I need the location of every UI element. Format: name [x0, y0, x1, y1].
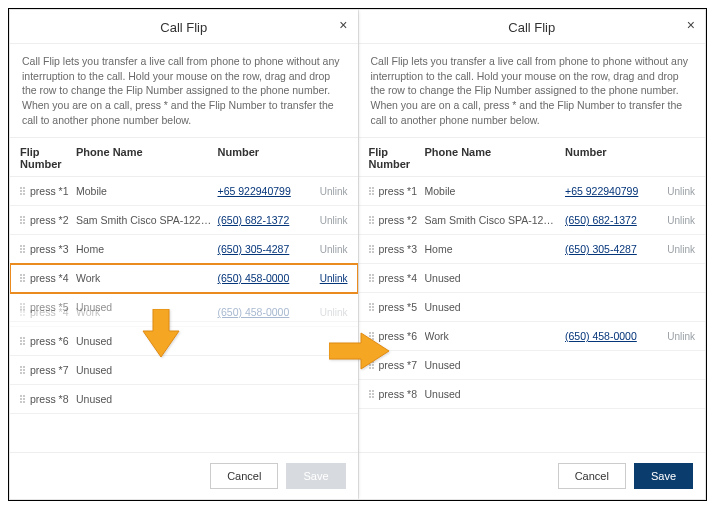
number-cell: (650) 682-1372 [565, 214, 655, 226]
name-cell: Unused [425, 272, 566, 284]
col-number-header: Number [218, 146, 308, 170]
flip-cell: press *4 [30, 272, 76, 284]
name-cell: Mobile [76, 185, 218, 197]
table-row[interactable]: press *1Mobile+65 922940799Unlink [10, 177, 358, 206]
number-link[interactable]: (650) 305-4287 [218, 243, 290, 255]
cancel-button[interactable]: Cancel [210, 463, 278, 489]
cancel-button[interactable]: Cancel [558, 463, 626, 489]
number-link[interactable]: (650) 458-0000 [565, 330, 637, 342]
action-cell: Unlink [308, 185, 348, 197]
action-cell: Unlink [308, 243, 348, 255]
drag-handle-icon[interactable] [20, 366, 26, 374]
number-cell: (650) 682-1372 [218, 214, 308, 226]
drag-handle-icon[interactable] [20, 245, 26, 253]
table-row[interactable]: press *5Unused [359, 293, 706, 322]
table-row[interactable]: press *1Mobile+65 922940799Unlink [359, 177, 706, 206]
flip-cell: press *2 [30, 214, 76, 226]
drag-handle-icon[interactable] [369, 216, 375, 224]
table-header-row: Flip Number Phone Name Number [359, 138, 706, 177]
number-cell: (650) 305-4287 [218, 243, 308, 255]
flip-cell: press *8 [379, 388, 425, 400]
number-link[interactable]: +65 922940799 [565, 185, 638, 197]
name-cell: Unused [425, 359, 566, 371]
table-row[interactable]: press *2Sam Smith Cisco SPA-122 A...(650… [10, 206, 358, 235]
number-link[interactable]: (650) 682-1372 [218, 214, 290, 226]
table-row[interactable]: press *8Unused [359, 380, 706, 409]
flip-cell: press *6 [30, 335, 76, 347]
flip-cell: press *1 [379, 185, 425, 197]
drag-handle-icon[interactable] [20, 274, 26, 282]
name-cell: Unused [76, 393, 218, 405]
save-button[interactable]: Save [634, 463, 693, 489]
drag-handle-icon[interactable] [20, 187, 26, 195]
table-row[interactable]: press *7Unused [359, 351, 706, 380]
table-row[interactable]: press *8Unused [10, 385, 358, 414]
name-cell: Home [425, 243, 566, 255]
close-icon[interactable]: × [339, 18, 347, 32]
number-link[interactable]: (650) 305-4287 [565, 243, 637, 255]
table-row[interactable]: press *3Home(650) 305-4287Unlink [10, 235, 358, 264]
table-row[interactable]: press *2Sam Smith Cisco SPA-122 A...(650… [359, 206, 706, 235]
table-row[interactable]: press *4Work(650) 458-0000Unlink [10, 264, 358, 293]
name-cell: Unused [425, 388, 566, 400]
drag-handle-icon[interactable] [369, 390, 375, 398]
number-link[interactable]: (650) 458-0000 [218, 272, 290, 284]
name-cell: Work [425, 330, 566, 342]
table-row[interactable]: press *7Unused [10, 356, 358, 385]
number-link[interactable]: +65 922940799 [218, 185, 291, 197]
col-name-header: Phone Name [76, 146, 218, 170]
drag-handle-icon[interactable] [369, 245, 375, 253]
name-cell: Unused [76, 364, 218, 376]
table-row[interactable]: press *6Work(650) 458-0000Unlink [359, 322, 706, 351]
name-cell: Unused [425, 301, 566, 313]
action-cell: Unlink [308, 214, 348, 226]
dialog-footer: Cancel Save [359, 452, 706, 499]
name-cell: Work [76, 272, 218, 284]
drag-handle-icon[interactable] [20, 303, 26, 311]
dialog-title: Call Flip [508, 20, 555, 35]
action-cell: Unlink [655, 243, 695, 255]
col-flip-header: Flip Number [369, 146, 425, 170]
flip-table: Flip Number Phone Name Number press *1Mo… [359, 138, 706, 452]
unlink-link[interactable]: Unlink [667, 215, 695, 226]
number-cell: (650) 458-0000 [565, 330, 655, 342]
dialog-title: Call Flip [160, 20, 207, 35]
dialog-description: Call Flip lets you transfer a live call … [10, 44, 358, 138]
flip-cell: press *5 [379, 301, 425, 313]
unlink-link[interactable]: Unlink [320, 244, 348, 255]
action-cell: Unlink [655, 185, 695, 197]
unlink-link[interactable]: Unlink [320, 186, 348, 197]
drag-handle-icon[interactable] [369, 187, 375, 195]
arrow-down-icon [141, 309, 181, 357]
number-link[interactable]: (650) 682-1372 [565, 214, 637, 226]
save-button: Save [286, 463, 345, 489]
flip-cell: press *2 [379, 214, 425, 226]
table-row[interactable]: press *5Unused [10, 293, 358, 322]
flip-cell: press *4 [379, 272, 425, 284]
col-name-header: Phone Name [425, 146, 566, 170]
drag-handle-icon[interactable] [369, 303, 375, 311]
dialog-header: Call Flip × [10, 10, 358, 44]
dialog-footer: Cancel Save [10, 452, 358, 499]
unlink-link[interactable]: Unlink [667, 331, 695, 342]
close-icon[interactable]: × [687, 18, 695, 32]
name-cell: Mobile [425, 185, 566, 197]
dialog-description: Call Flip lets you transfer a live call … [359, 44, 706, 138]
unlink-link[interactable]: Unlink [320, 273, 348, 284]
col-flip-header: Flip Number [20, 146, 76, 170]
unlink-link[interactable]: Unlink [667, 186, 695, 197]
unlink-link[interactable]: Unlink [320, 215, 348, 226]
drag-handle-icon[interactable] [20, 337, 26, 345]
unlink-link[interactable]: Unlink [667, 244, 695, 255]
drag-handle-icon[interactable] [20, 216, 26, 224]
drag-handle-icon[interactable] [20, 395, 26, 403]
drag-handle-icon[interactable] [369, 274, 375, 282]
number-cell: (650) 458-0000 [218, 272, 308, 284]
table-row[interactable]: press *4Unused [359, 264, 706, 293]
table-row[interactable]: press *6Unused [10, 327, 358, 356]
call-flip-dialog-before: Call Flip × Call Flip lets you transfer … [9, 9, 358, 500]
number-cell: +65 922940799 [565, 185, 655, 197]
number-cell: (650) 305-4287 [565, 243, 655, 255]
table-row[interactable]: press *3Home(650) 305-4287Unlink [359, 235, 706, 264]
flip-cell: press *3 [30, 243, 76, 255]
